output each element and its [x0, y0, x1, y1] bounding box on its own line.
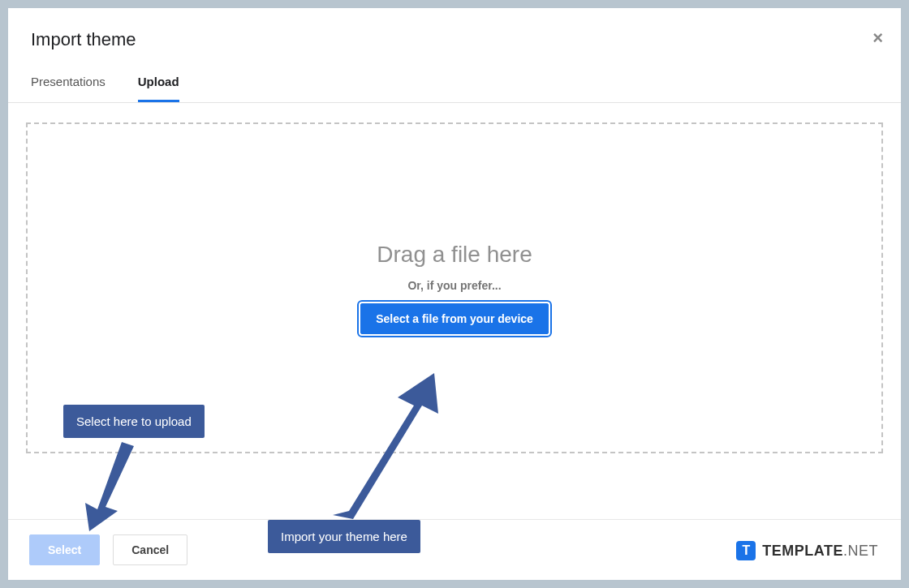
tab-upload[interactable]: Upload — [138, 75, 179, 102]
close-button[interactable]: × — [872, 29, 883, 47]
watermark-bold: TEMPLATE — [762, 543, 843, 559]
select-file-button[interactable]: Select a file from your device — [360, 303, 549, 334]
file-dropzone[interactable]: Drag a file here Or, if you prefer... Se… — [26, 122, 883, 453]
cancel-button[interactable]: Cancel — [113, 534, 187, 565]
watermark: T TEMPLATE.NET — [736, 541, 878, 560]
watermark-thin: .NET — [843, 543, 878, 559]
callout-import-theme: Import your theme here — [268, 520, 420, 553]
import-theme-dialog: × Import theme Presentations Upload Drag… — [8, 8, 901, 580]
watermark-text: TEMPLATE.NET — [762, 543, 878, 560]
dialog-title: Import theme — [31, 29, 878, 50]
dialog-body: Drag a file here Or, if you prefer... Se… — [8, 103, 901, 519]
dropzone-subtitle: Or, if you prefer... — [407, 279, 501, 292]
tab-presentations[interactable]: Presentations — [31, 75, 106, 102]
callout-select-upload: Select here to upload — [63, 405, 205, 438]
watermark-logo-icon: T — [736, 541, 756, 560]
dialog-header: Import theme — [8, 8, 901, 75]
select-button[interactable]: Select — [29, 534, 100, 565]
dropzone-title: Drag a file here — [377, 242, 532, 268]
tab-bar: Presentations Upload — [8, 75, 901, 103]
